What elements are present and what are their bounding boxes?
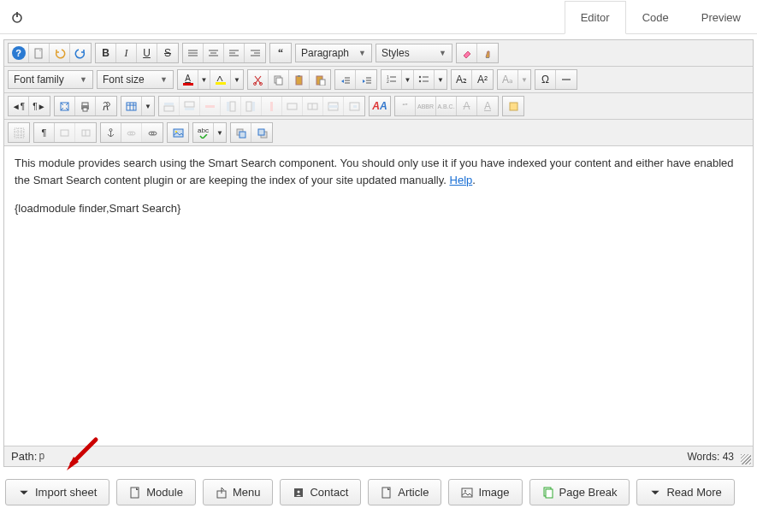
unlink-icon[interactable] — [121, 123, 142, 142]
nonbreaking-icon[interactable] — [55, 123, 75, 142]
del-icon[interactable]: A — [457, 97, 477, 115]
import-sheet-button[interactable]: Import sheet — [5, 479, 109, 505]
blockquote-icon[interactable]: “ — [270, 44, 291, 62]
power-icon[interactable] — [0, 0, 34, 34]
align-left-icon[interactable] — [224, 44, 245, 62]
ins-icon[interactable]: A — [477, 97, 498, 115]
forecolor-dropdown-icon[interactable]: ▼ — [198, 70, 210, 89]
numlist-dropdown-icon[interactable]: ▼ — [402, 70, 414, 89]
forecolor-icon[interactable]: A — [178, 70, 198, 89]
col-after-icon[interactable] — [241, 97, 262, 115]
newdoc-icon[interactable] — [29, 44, 50, 62]
backcolor-icon[interactable] — [210, 70, 231, 89]
format-select[interactable]: Paragraph▼ — [295, 44, 372, 62]
align-justify-icon[interactable] — [183, 44, 204, 62]
align-center-icon[interactable] — [204, 44, 224, 62]
show-blocks-icon[interactable]: ¶ — [34, 123, 55, 142]
fontsize-select[interactable]: Font size▼ — [97, 70, 174, 89]
ltr-icon[interactable]: ◄¶ — [9, 97, 29, 115]
svg-rect-2 — [35, 49, 42, 58]
menu-button[interactable]: Menu — [203, 479, 274, 505]
article-button[interactable]: Article — [368, 479, 441, 505]
paste-icon[interactable] — [289, 70, 310, 89]
cite-icon[interactable]: “” — [395, 97, 416, 115]
anchor-icon[interactable] — [101, 123, 121, 142]
editor-content[interactable]: This module provides search using the Sm… — [4, 146, 753, 446]
col-before-icon[interactable] — [221, 97, 241, 115]
row-props-icon[interactable] — [323, 97, 344, 115]
numlist-icon[interactable]: 12 — [381, 70, 402, 89]
table-icon[interactable] — [121, 97, 142, 115]
textcase-icon[interactable]: Aₐ — [498, 70, 518, 89]
row-delete-icon[interactable] — [200, 97, 221, 115]
style-letter-icon[interactable]: AA — [370, 97, 390, 115]
paste-text-icon[interactable] — [310, 70, 330, 89]
cleanup-icon[interactable] — [477, 44, 498, 62]
read-more-button[interactable]: Read More — [636, 479, 734, 505]
visualchars-icon[interactable] — [75, 123, 96, 142]
chevron-down-icon — [649, 487, 661, 499]
share-icon — [216, 487, 228, 499]
row-after-icon[interactable] — [180, 97, 200, 115]
layer-front-icon[interactable] — [251, 123, 272, 142]
styles-select[interactable]: Styles▼ — [376, 44, 452, 62]
print-icon[interactable] — [75, 97, 96, 115]
page-break-button[interactable]: Page Break — [529, 479, 630, 505]
subscript-icon[interactable]: A₂ — [452, 70, 472, 89]
editor: ? B I U S “ Paragraph▼ Styles▼ Font fami — [3, 39, 754, 467]
underline-icon[interactable]: U — [137, 44, 157, 62]
backcolor-dropdown-icon[interactable]: ▼ — [231, 70, 243, 89]
redo-icon[interactable] — [70, 44, 91, 62]
svg-rect-19 — [276, 78, 282, 85]
help-link[interactable]: Help — [450, 174, 473, 186]
path-value[interactable]: p — [38, 451, 44, 463]
svg-rect-43 — [127, 103, 136, 110]
copy-icon[interactable] — [269, 70, 289, 89]
indent-icon[interactable] — [356, 70, 376, 89]
eraser-icon[interactable] — [457, 44, 477, 62]
bold-icon[interactable]: B — [96, 44, 116, 62]
layer-back-icon[interactable] — [231, 123, 251, 142]
cut-icon[interactable] — [248, 70, 269, 89]
attribs-icon[interactable] — [503, 97, 523, 115]
hr-icon[interactable] — [556, 70, 577, 89]
superscript-icon[interactable]: A² — [472, 70, 493, 89]
cell-props-icon[interactable] — [344, 97, 364, 115]
fullscreen-icon[interactable] — [55, 97, 75, 115]
abbr-icon[interactable]: ABBR — [416, 97, 436, 115]
rtl-icon[interactable]: ¶► — [29, 97, 50, 115]
contact-button[interactable]: Contact — [280, 479, 361, 505]
module-button[interactable]: Module — [116, 479, 196, 505]
bullist-icon[interactable] — [414, 70, 435, 89]
tab-preview[interactable]: Preview — [685, 0, 757, 33]
link-icon[interactable] — [142, 123, 163, 142]
textcase-dropdown-icon[interactable]: ▼ — [518, 70, 530, 89]
bullist-dropdown-icon[interactable]: ▼ — [435, 70, 447, 89]
outdent-icon[interactable] — [335, 70, 356, 89]
align-right-icon[interactable] — [245, 44, 265, 62]
undo-icon[interactable] — [50, 44, 70, 62]
spellcheck-icon[interactable]: abc — [193, 123, 214, 142]
resize-grip-icon[interactable] — [741, 454, 751, 464]
col-delete-icon[interactable] — [262, 97, 282, 115]
row-before-icon[interactable] — [159, 97, 180, 115]
tab-editor[interactable]: Editor — [565, 1, 626, 34]
search-icon[interactable] — [96, 97, 116, 115]
tab-code[interactable]: Code — [626, 0, 685, 33]
acronym-icon[interactable]: A.B.C. — [436, 97, 457, 115]
charmap-icon[interactable]: Ω — [535, 70, 556, 89]
image-icon[interactable] — [168, 123, 188, 142]
bottom-buttons: Import sheet Module Menu Contact Article… — [0, 467, 757, 517]
merge-cells-icon[interactable] — [282, 97, 303, 115]
spellcheck-dropdown-icon[interactable]: ▼ — [214, 123, 226, 142]
help-icon[interactable]: ? — [9, 44, 29, 62]
fontfamily-select[interactable]: Font family▼ — [8, 70, 93, 89]
image-button[interactable]: Image — [448, 479, 522, 505]
split-cells-icon[interactable] — [303, 97, 323, 115]
chevron-down-icon — [18, 487, 30, 499]
toolbar-row-3: ◄¶ ¶► ▼ AA “” ABBR — [4, 93, 753, 120]
strike-icon[interactable]: S — [157, 44, 178, 62]
italic-icon[interactable]: I — [116, 44, 137, 62]
visualaid-icon[interactable] — [9, 123, 29, 142]
table-dropdown-icon[interactable]: ▼ — [142, 97, 154, 115]
